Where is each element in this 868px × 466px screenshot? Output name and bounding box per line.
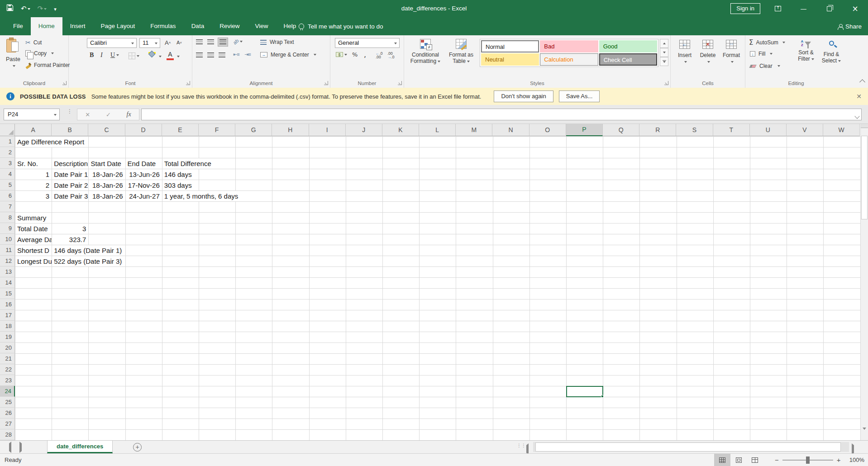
row-header-16[interactable]: 16	[0, 299, 15, 310]
cell-A5[interactable]: 2	[15, 180, 52, 190]
name-box-dropdown-icon[interactable]	[54, 114, 57, 116]
styles-dialog-launcher[interactable]	[664, 81, 668, 85]
page-break-view-button[interactable]	[747, 454, 763, 466]
column-header-I[interactable]: I	[309, 124, 346, 136]
cell-A4[interactable]: 1	[15, 169, 52, 180]
new-sheet-button[interactable]: +	[133, 443, 142, 452]
column-header-W[interactable]: W	[823, 124, 860, 136]
row-header-12[interactable]: 12	[0, 256, 15, 266]
column-header-J[interactable]: J	[346, 124, 382, 136]
normal-view-button[interactable]	[714, 454, 730, 466]
font-size-select[interactable]: 11	[139, 38, 160, 48]
decrease-font-icon[interactable]: A	[176, 40, 182, 45]
decrease-decimal-button[interactable]: .00→.0	[387, 52, 395, 59]
column-header-H[interactable]: H	[272, 124, 309, 136]
scroll-down-icon[interactable]	[863, 430, 866, 438]
delete-cells-button[interactable]: × Delete	[697, 40, 719, 65]
zoom-slider-handle[interactable]	[806, 456, 810, 464]
column-header-C[interactable]: C	[88, 124, 125, 136]
column-header-M[interactable]: M	[456, 124, 492, 136]
row-header-1[interactable]: 1	[0, 136, 15, 147]
cell-B11[interactable]: 146 days (Date Pair 1)	[52, 245, 123, 256]
hscroll-left-icon[interactable]	[526, 445, 529, 453]
row-header-9[interactable]: 9	[0, 223, 15, 234]
row-header-3[interactable]: 3	[0, 158, 15, 169]
restore-button[interactable]	[816, 0, 842, 17]
row-header-5[interactable]: 5	[0, 180, 15, 190]
cell-E4[interactable]: 146 days	[162, 169, 199, 180]
column-header-F[interactable]: F	[199, 124, 235, 136]
cell-style-calculation[interactable]: Calculation	[540, 53, 598, 66]
column-header-O[interactable]: O	[529, 124, 566, 136]
prev-sheet-icon[interactable]	[9, 443, 11, 452]
row-header-6[interactable]: 6	[0, 190, 15, 201]
cell-D6[interactable]: 24-Jun-27	[126, 191, 162, 201]
fill-color-button[interactable]	[148, 52, 156, 54]
formula-input[interactable]	[141, 109, 862, 120]
format-painter-button[interactable]: Format Painter	[25, 62, 70, 68]
hscroll-right-icon[interactable]	[852, 445, 854, 453]
clear-button[interactable]: Clear	[750, 63, 780, 69]
row-header-4[interactable]: 4	[0, 169, 15, 180]
cancel-icon[interactable]: ✕	[85, 111, 90, 118]
find-select-button[interactable]: Find & Select	[820, 40, 843, 64]
ribbon-tab-formulas[interactable]: Formulas	[143, 17, 183, 35]
row-header-28[interactable]: 28	[0, 429, 15, 440]
column-header-D[interactable]: D	[125, 124, 162, 136]
styles-scroll-down-button[interactable]	[660, 48, 668, 57]
row-header-22[interactable]: 22	[0, 364, 15, 375]
zoom-in-button[interactable]: +	[837, 456, 841, 464]
name-box[interactable]: P24	[4, 109, 60, 120]
row-header-27[interactable]: 27	[0, 418, 15, 429]
ribbon-tab-file[interactable]: File	[5, 17, 31, 35]
align-right-icon[interactable]	[219, 52, 225, 58]
column-header-T[interactable]: T	[713, 124, 750, 136]
row-header-7[interactable]: 7	[0, 201, 15, 212]
wrap-text-button[interactable]: Wrap Text	[260, 39, 294, 45]
copy-button[interactable]: Copy	[25, 50, 54, 57]
cell-style-good[interactable]: Good	[599, 40, 657, 52]
ribbon-tab-view[interactable]: View	[247, 17, 276, 35]
row-header-20[interactable]: 20	[0, 342, 15, 353]
expand-formula-bar-icon[interactable]	[854, 114, 859, 119]
collapse-ribbon-icon[interactable]	[859, 79, 865, 85]
ribbon-tab-insert[interactable]: Insert	[62, 17, 93, 35]
fill-button[interactable]: ↓ Fill	[750, 51, 773, 57]
sign-in-button[interactable]: Sign in	[730, 3, 760, 14]
cell-style-bad[interactable]: Bad	[540, 40, 598, 52]
middle-align-icon[interactable]	[207, 39, 214, 45]
font-dialog-launcher[interactable]	[186, 81, 190, 85]
font-color-button[interactable]: A	[167, 51, 174, 60]
align-left-icon[interactable]	[196, 52, 203, 58]
tab-scroll-splitter[interactable]: ⋮⋮	[517, 444, 520, 447]
row-header-17[interactable]: 17	[0, 310, 15, 321]
row-header-11[interactable]: 11	[0, 245, 15, 256]
cell-D3[interactable]: End Date	[126, 158, 162, 169]
ribbon-tab-data[interactable]: Data	[184, 17, 212, 35]
horizontal-scrollbar[interactable]	[533, 442, 849, 452]
cell-E5[interactable]: 303 days	[162, 180, 199, 190]
row-header-23[interactable]: 23	[0, 375, 15, 386]
cell-A10[interactable]: Average Da	[15, 234, 52, 245]
tell-me-box[interactable]: Tell me what you want to do	[299, 17, 383, 35]
ribbon-tab-review[interactable]: Review	[212, 17, 247, 35]
cell-A11[interactable]: Shortest D	[15, 245, 52, 256]
row-header-24[interactable]: 24	[0, 386, 15, 397]
cell-B5[interactable]: Date Pair 2	[52, 180, 88, 190]
close-button[interactable]: ×	[842, 0, 868, 17]
cell-C4[interactable]: 18-Jan-26	[89, 169, 125, 180]
align-center-icon[interactable]	[207, 52, 214, 58]
font-name-select[interactable]: Calibri	[87, 38, 137, 48]
cell-style-normal[interactable]: Normal	[481, 40, 539, 52]
column-header-P[interactable]: P	[566, 124, 603, 136]
horizontal-scroll-thumb[interactable]	[535, 442, 841, 452]
row-header-13[interactable]: 13	[0, 266, 15, 277]
cell-C5[interactable]: 18-Jan-26	[89, 180, 125, 190]
bold-button[interactable]: B	[90, 52, 94, 59]
accounting-format-button[interactable]: $	[336, 52, 347, 57]
column-header-V[interactable]: V	[787, 124, 823, 136]
fill-handle[interactable]	[601, 395, 604, 398]
column-header-K[interactable]: K	[382, 124, 419, 136]
cell-A1[interactable]: Age Difference Report	[15, 137, 86, 147]
vertical-scroll-thumb[interactable]	[861, 136, 868, 219]
